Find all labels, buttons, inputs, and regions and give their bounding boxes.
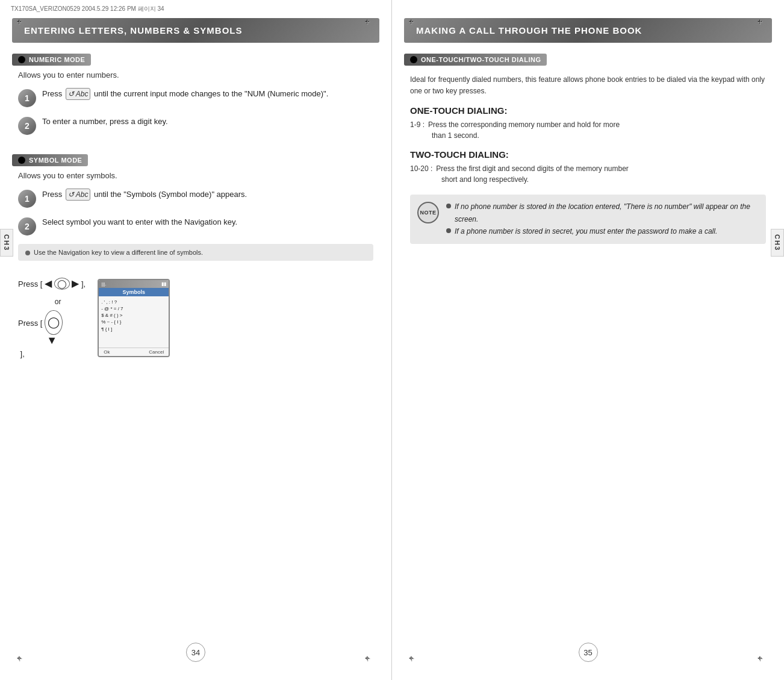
two-touch-detail: short and long respectively. — [441, 175, 529, 184]
battery-icon: ▮▮ — [161, 281, 166, 287]
press-instructions: Press [ ◀ ◯ ▶ ], or Press [ ◯ ▼ ], — [18, 273, 86, 363]
intro-text: Ideal for frequently dialed numbers, thi… — [410, 74, 766, 97]
arrow-down-icon: ▼ — [18, 335, 86, 346]
symbols-row-1: . ' , : ! ? — [101, 299, 166, 305]
dialing-dot — [410, 56, 417, 63]
ch3-tab-right: CH3 — [771, 229, 784, 257]
footer-cancel: Cancel — [149, 349, 164, 355]
symbols-row-2: - @ * = / 7 — [101, 305, 166, 312]
numeric-step-2-text: To enter a number, press a digit key. — [42, 116, 168, 128]
numeric-mode-content: Allows you to enter numbers. 1 Press ↺ A… — [0, 70, 391, 135]
crosshair-tl: + — [17, 17, 26, 27]
numeric-mode-label: NUMERIC MODE — [12, 54, 91, 66]
symbols-row-5: ¶ { I ] — [101, 326, 166, 332]
symbol-note-text: Use the Navigation key to view a differe… — [34, 249, 203, 256]
crosshair-r-tr: + — [758, 17, 767, 27]
note-items: If no phone number is stored in the loca… — [446, 201, 759, 237]
phone-screen: |||. ▮▮ Symbols . ' , : ! ? - @ * = / 7 … — [98, 279, 170, 357]
note-item-2-row: If a phone number is stored in secret, y… — [446, 225, 759, 237]
right-page-header: MAKING A CALL THROUGH THE PHONE BOOK — [404, 18, 772, 43]
numeric-step-2: 2 To enter a number, press a digit key. — [18, 116, 373, 135]
symbols-row-3: $ & # ( ) > — [101, 312, 166, 319]
two-touch-range: 10-20 : — [410, 164, 432, 173]
dialing-section-label: ONE-TOUCH/TWO-TOUCH DIALING — [404, 54, 547, 66]
one-touch-desc: 1-9 :Press the corresponding memory numb… — [410, 119, 766, 141]
signal-bars: |||. — [101, 281, 106, 287]
crosshair-r-bl: + — [409, 653, 418, 663]
symbol-allows-text: Allows you to enter symbols. — [18, 171, 373, 180]
step-icon-1: 1 — [18, 89, 36, 107]
one-touch-detail: than 1 second. — [432, 131, 479, 140]
footer-ok: Ok — [104, 349, 110, 355]
symbol-step-1: 1 Press ↺ Abc until the "Symbols (Symbol… — [18, 189, 373, 208]
note-circle: NOTE — [417, 202, 439, 223]
right-page: + + + + MAKING A CALL THROUGH THE PHONE … — [392, 0, 784, 680]
note-item-1-text: If no phone number is stored in the loca… — [455, 201, 759, 225]
nav-left-icon: ◀ — [45, 278, 52, 289]
symbols-row-4: % ~ - { I } — [101, 319, 166, 325]
step-icon-2: 2 — [18, 117, 36, 135]
numeric-step-1-text: Press ↺ Abc until the current input mode… — [42, 88, 328, 100]
numeric-mode-dot — [18, 56, 25, 63]
crosshair-bl: + — [17, 653, 26, 663]
nav-center-icon-2: ◯ — [45, 310, 63, 335]
symbol-step-1-text: Press ↺ Abc until the "Symbols (Symbol m… — [42, 189, 247, 201]
nav-center-icon: ◯ — [54, 278, 70, 290]
crosshair-tr: + — [365, 17, 375, 27]
symbol-mode-dot — [18, 157, 25, 164]
symbol-mode-label: SYMBOL MODE — [12, 154, 88, 166]
page-num-right: 35 — [579, 643, 598, 662]
press-line-2: Press [ ◯ ▼ ], — [18, 310, 86, 363]
note-bullet-2 — [446, 228, 451, 233]
symbol-mode-content: Allows you to enter symbols. 1 Press ↺ A… — [0, 171, 391, 261]
abc-icon-1: ↺ Abc — [66, 88, 91, 100]
phone-screen-body: . ' , : ! ? - @ * = / 7 $ & # ( ) > % ~ … — [99, 296, 169, 335]
phone-screen-title: Symbols — [99, 288, 169, 296]
note-dot — [25, 251, 30, 255]
phone-screen-wrap: |||. ▮▮ Symbols . ' , : ! ? - @ * = / 7 … — [99, 280, 169, 356]
one-touch-range: 1-9 : — [410, 120, 425, 129]
left-page: TX170SA_VERIZON0529 2004.5.29 12:26 PM 페… — [0, 0, 392, 680]
two-touch-header: TWO-TOUCH DIALING: — [410, 149, 766, 160]
one-touch-header: ONE-TOUCH DIALING: — [410, 105, 766, 116]
note-item-2-text: If a phone number is stored in secret, y… — [455, 225, 717, 237]
step-icon-4: 2 — [18, 217, 36, 236]
note-bullet-1 — [446, 204, 451, 208]
note-item-1-row: If no phone number is stored in the loca… — [446, 201, 759, 225]
or-label: or — [18, 294, 86, 310]
press-line-1: Press [ ◀ ◯ ▶ ], — [18, 273, 86, 294]
numeric-step-1: 1 Press ↺ Abc until the current input mo… — [18, 88, 373, 107]
phone-screen-footer: Ok Cancel — [99, 348, 169, 356]
page-num-left: 34 — [186, 643, 205, 662]
nav-right-icon: ▶ — [72, 278, 79, 289]
step-icon-3: 1 — [18, 190, 36, 208]
note-box: NOTE If no phone number is stored in the… — [410, 195, 766, 243]
symbol-step-2: 2 Select symbol you want to enter with t… — [18, 216, 373, 236]
abc-icon-2: ↺ Abc — [66, 189, 91, 201]
symbols-area: Press [ ◀ ◯ ▶ ], or Press [ ◯ ▼ ], |||. … — [18, 273, 373, 363]
left-page-header: ENTERING LETTERS, NUMBERS & SYMBOLS — [12, 18, 379, 43]
symbol-step-2-text: Select symbol you want to enter with the… — [42, 216, 237, 228]
symbol-note-box: Use the Navigation key to view a differe… — [18, 244, 373, 261]
phone-screen-header: |||. ▮▮ — [99, 280, 169, 288]
meta-line: TX170SA_VERIZON0529 2004.5.29 12:26 PM 페… — [6, 2, 169, 16]
two-touch-desc: 10-20 :Press the first digit and second … — [410, 163, 766, 185]
crosshair-r-tl: + — [409, 17, 418, 27]
numeric-allows-text: Allows you to enter numbers. — [18, 70, 373, 80]
crosshair-br: + — [365, 653, 375, 663]
crosshair-r-br: + — [758, 653, 767, 663]
ch3-tab-left: CH3 — [0, 229, 13, 257]
